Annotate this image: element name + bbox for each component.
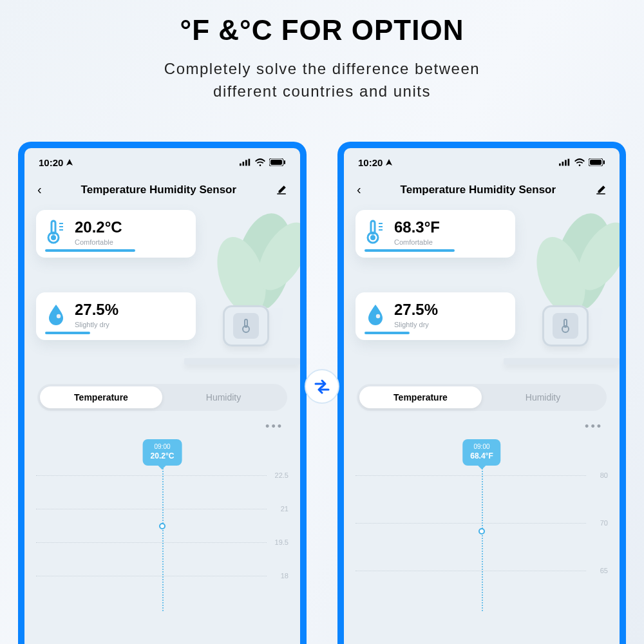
location-icon: [385, 157, 393, 168]
tab-segment: Temperature Humidity: [357, 384, 607, 411]
droplet-icon: [365, 301, 386, 327]
temperature-value: 20.2°C: [75, 219, 122, 236]
swap-units-icon[interactable]: [305, 369, 339, 404]
shelf-illustration: [184, 358, 300, 365]
tab-temperature[interactable]: Temperature: [40, 392, 162, 402]
svg-rect-3: [249, 159, 251, 166]
marketing-heading: °F &°C FOR OPTION Completely solve the d…: [0, 0, 644, 103]
y-tick: 65: [600, 567, 608, 574]
y-tick: 21: [281, 505, 289, 513]
temperature-chart: 22.5 21 19.5 18 09:00 20.2°C: [36, 437, 289, 611]
edit-button[interactable]: [595, 184, 607, 196]
svg-point-18: [57, 314, 61, 318]
back-button[interactable]: ‹: [357, 182, 361, 197]
svg-rect-21: [565, 160, 567, 166]
humidity-value: 27.5%: [394, 301, 438, 318]
svg-rect-0: [240, 164, 242, 166]
status-bar: 10:20: [344, 148, 620, 173]
humidity-status: Slightly dry: [75, 321, 118, 328]
humidity-value: 27.5%: [75, 301, 118, 318]
phone-fahrenheit: 10:20 ‹ Temperature Humidity Sensor: [337, 142, 626, 644]
temperature-value: 68.3°F: [394, 219, 440, 236]
svg-rect-25: [603, 160, 605, 164]
signal-icon: [559, 157, 571, 168]
wifi-icon: [255, 157, 265, 168]
temperature-status: Comfortable: [394, 238, 440, 246]
svg-rect-5: [270, 160, 282, 165]
battery-icon: [269, 157, 286, 168]
temperature-card[interactable]: 20.2°C Comfortable: [36, 210, 196, 258]
humidity-bar: [45, 332, 90, 334]
y-tick: 18: [281, 572, 289, 580]
chart-cursor-line: [482, 464, 483, 611]
tab-humidity[interactable]: Humidity: [482, 392, 604, 402]
svg-point-37: [376, 314, 380, 318]
thermometer-icon: [365, 219, 386, 245]
y-tick: 70: [600, 519, 608, 527]
edit-button[interactable]: [276, 184, 287, 196]
signal-icon: [240, 157, 251, 168]
tab-humidity[interactable]: Humidity: [162, 392, 285, 402]
sensor-device-illustration: [542, 305, 589, 346]
chart-cursor-line: [162, 464, 164, 611]
svg-rect-20: [562, 162, 564, 166]
droplet-icon: [45, 301, 67, 327]
chart-tooltip: 09:00 68.4°F: [462, 439, 500, 466]
tab-temperature[interactable]: Temperature: [359, 392, 482, 402]
y-tick: 80: [600, 471, 608, 479]
chart-tooltip: 09:00 20.2°C: [143, 439, 182, 466]
svg-rect-24: [590, 160, 601, 165]
svg-rect-1: [243, 162, 245, 166]
temperature-chart: 80 70 65 09:00 68.4°F: [355, 437, 608, 611]
status-time: 10:20: [358, 157, 383, 168]
back-button[interactable]: ‹: [37, 182, 42, 197]
battery-icon: [589, 157, 605, 168]
location-icon: [66, 157, 73, 168]
svg-rect-2: [245, 160, 247, 166]
svg-point-33: [370, 235, 375, 240]
phone-celsius: 10:20 ‹ Temperature Humidity Sensor: [18, 142, 307, 644]
y-tick: 19.5: [275, 538, 289, 546]
more-menu[interactable]: •••: [344, 411, 620, 437]
temperature-bar: [45, 249, 135, 252]
sensor-device-illustration: [223, 305, 269, 346]
chart-point[interactable]: [159, 523, 166, 529]
heading-title: °F &°C FOR OPTION: [0, 14, 644, 46]
heading-subtitle: Completely solve the difference between …: [0, 58, 644, 103]
chart-point[interactable]: [478, 528, 485, 535]
svg-rect-22: [568, 159, 570, 166]
more-menu[interactable]: •••: [24, 411, 300, 437]
status-time: 10:20: [39, 157, 63, 168]
thermometer-icon: [45, 219, 67, 245]
humidity-card[interactable]: 27.5% Slightly dry: [36, 292, 196, 340]
humidity-status: Slightly dry: [394, 321, 438, 328]
humidity-card[interactable]: 27.5% Slightly dry: [355, 292, 515, 340]
tab-segment: Temperature Humidity: [37, 384, 287, 411]
temperature-bar: [365, 249, 455, 252]
humidity-bar: [365, 332, 410, 334]
page-title: Temperature Humidity Sensor: [401, 184, 556, 196]
status-bar: 10:20: [24, 148, 300, 173]
svg-rect-19: [559, 164, 561, 166]
svg-point-14: [51, 235, 56, 240]
shelf-illustration: [504, 358, 620, 365]
wifi-icon: [574, 157, 585, 168]
page-title: Temperature Humidity Sensor: [81, 184, 237, 196]
temperature-card[interactable]: 68.3°F Comfortable: [355, 210, 515, 258]
y-tick: 22.5: [275, 471, 289, 479]
temperature-status: Comfortable: [75, 238, 122, 246]
svg-rect-6: [284, 160, 285, 164]
